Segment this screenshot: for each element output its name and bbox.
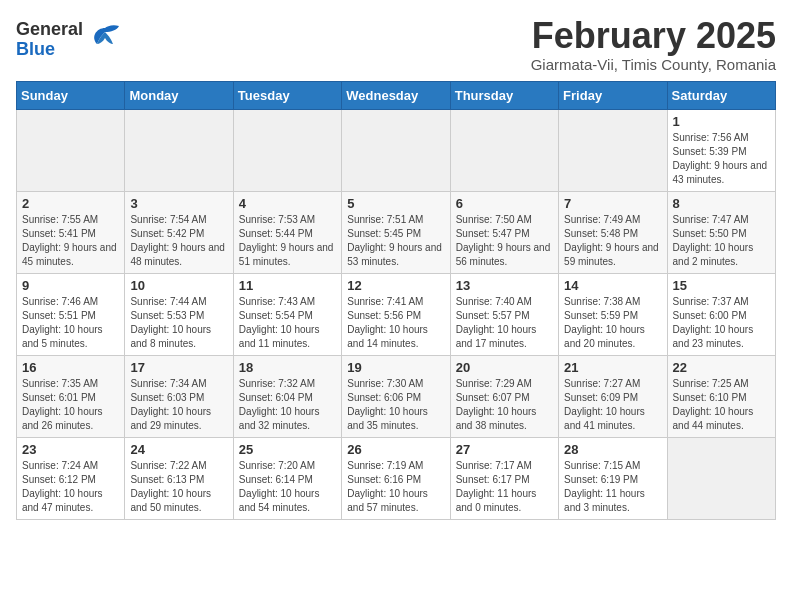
day-info: Sunrise: 7:41 AM Sunset: 5:56 PM Dayligh… — [347, 295, 444, 351]
logo-blue: Blue — [16, 40, 83, 60]
day-info: Sunrise: 7:20 AM Sunset: 6:14 PM Dayligh… — [239, 459, 336, 515]
day-info: Sunrise: 7:44 AM Sunset: 5:53 PM Dayligh… — [130, 295, 227, 351]
day-number: 14 — [564, 278, 661, 293]
day-info: Sunrise: 7:43 AM Sunset: 5:54 PM Dayligh… — [239, 295, 336, 351]
day-number: 18 — [239, 360, 336, 375]
header-row: SundayMondayTuesdayWednesdayThursdayFrid… — [17, 81, 776, 109]
day-number: 4 — [239, 196, 336, 211]
week-row-3: 9Sunrise: 7:46 AM Sunset: 5:51 PM Daylig… — [17, 273, 776, 355]
day-cell: 22Sunrise: 7:25 AM Sunset: 6:10 PM Dayli… — [667, 355, 775, 437]
day-info: Sunrise: 7:25 AM Sunset: 6:10 PM Dayligh… — [673, 377, 770, 433]
day-info: Sunrise: 7:32 AM Sunset: 6:04 PM Dayligh… — [239, 377, 336, 433]
calendar-table: SundayMondayTuesdayWednesdayThursdayFrid… — [16, 81, 776, 520]
day-number: 5 — [347, 196, 444, 211]
day-info: Sunrise: 7:38 AM Sunset: 5:59 PM Dayligh… — [564, 295, 661, 351]
day-info: Sunrise: 7:56 AM Sunset: 5:39 PM Dayligh… — [673, 131, 770, 187]
day-cell: 7Sunrise: 7:49 AM Sunset: 5:48 PM Daylig… — [559, 191, 667, 273]
day-number: 6 — [456, 196, 553, 211]
day-info: Sunrise: 7:22 AM Sunset: 6:13 PM Dayligh… — [130, 459, 227, 515]
day-number: 26 — [347, 442, 444, 457]
day-cell: 26Sunrise: 7:19 AM Sunset: 6:16 PM Dayli… — [342, 437, 450, 519]
day-number: 15 — [673, 278, 770, 293]
day-info: Sunrise: 7:50 AM Sunset: 5:47 PM Dayligh… — [456, 213, 553, 269]
day-cell: 13Sunrise: 7:40 AM Sunset: 5:57 PM Dayli… — [450, 273, 558, 355]
logo: General Blue — [16, 20, 121, 60]
header-area: General Blue February 2025 Giarmata-Vii,… — [16, 16, 776, 73]
day-number: 27 — [456, 442, 553, 457]
header-cell-thursday: Thursday — [450, 81, 558, 109]
day-info: Sunrise: 7:17 AM Sunset: 6:17 PM Dayligh… — [456, 459, 553, 515]
day-cell: 11Sunrise: 7:43 AM Sunset: 5:54 PM Dayli… — [233, 273, 341, 355]
day-number: 24 — [130, 442, 227, 457]
day-cell: 5Sunrise: 7:51 AM Sunset: 5:45 PM Daylig… — [342, 191, 450, 273]
day-cell: 23Sunrise: 7:24 AM Sunset: 6:12 PM Dayli… — [17, 437, 125, 519]
day-cell: 9Sunrise: 7:46 AM Sunset: 5:51 PM Daylig… — [17, 273, 125, 355]
day-cell: 19Sunrise: 7:30 AM Sunset: 6:06 PM Dayli… — [342, 355, 450, 437]
day-number: 23 — [22, 442, 119, 457]
day-number: 20 — [456, 360, 553, 375]
logo-general: General — [16, 20, 83, 40]
day-info: Sunrise: 7:55 AM Sunset: 5:41 PM Dayligh… — [22, 213, 119, 269]
week-row-1: 1Sunrise: 7:56 AM Sunset: 5:39 PM Daylig… — [17, 109, 776, 191]
day-cell: 21Sunrise: 7:27 AM Sunset: 6:09 PM Dayli… — [559, 355, 667, 437]
day-info: Sunrise: 7:35 AM Sunset: 6:01 PM Dayligh… — [22, 377, 119, 433]
day-info: Sunrise: 7:53 AM Sunset: 5:44 PM Dayligh… — [239, 213, 336, 269]
day-number: 28 — [564, 442, 661, 457]
day-cell: 28Sunrise: 7:15 AM Sunset: 6:19 PM Dayli… — [559, 437, 667, 519]
day-number: 1 — [673, 114, 770, 129]
day-cell — [450, 109, 558, 191]
day-cell: 25Sunrise: 7:20 AM Sunset: 6:14 PM Dayli… — [233, 437, 341, 519]
week-row-2: 2Sunrise: 7:55 AM Sunset: 5:41 PM Daylig… — [17, 191, 776, 273]
day-number: 10 — [130, 278, 227, 293]
day-cell: 17Sunrise: 7:34 AM Sunset: 6:03 PM Dayli… — [125, 355, 233, 437]
week-row-4: 16Sunrise: 7:35 AM Sunset: 6:01 PM Dayli… — [17, 355, 776, 437]
day-cell: 24Sunrise: 7:22 AM Sunset: 6:13 PM Dayli… — [125, 437, 233, 519]
day-cell: 18Sunrise: 7:32 AM Sunset: 6:04 PM Dayli… — [233, 355, 341, 437]
calendar-body: 1Sunrise: 7:56 AM Sunset: 5:39 PM Daylig… — [17, 109, 776, 519]
day-info: Sunrise: 7:27 AM Sunset: 6:09 PM Dayligh… — [564, 377, 661, 433]
day-cell: 16Sunrise: 7:35 AM Sunset: 6:01 PM Dayli… — [17, 355, 125, 437]
day-number: 2 — [22, 196, 119, 211]
day-number: 16 — [22, 360, 119, 375]
header-cell-tuesday: Tuesday — [233, 81, 341, 109]
day-cell: 20Sunrise: 7:29 AM Sunset: 6:07 PM Dayli… — [450, 355, 558, 437]
day-cell — [17, 109, 125, 191]
week-row-5: 23Sunrise: 7:24 AM Sunset: 6:12 PM Dayli… — [17, 437, 776, 519]
day-cell: 8Sunrise: 7:47 AM Sunset: 5:50 PM Daylig… — [667, 191, 775, 273]
day-cell: 15Sunrise: 7:37 AM Sunset: 6:00 PM Dayli… — [667, 273, 775, 355]
day-info: Sunrise: 7:54 AM Sunset: 5:42 PM Dayligh… — [130, 213, 227, 269]
day-cell: 27Sunrise: 7:17 AM Sunset: 6:17 PM Dayli… — [450, 437, 558, 519]
day-cell: 12Sunrise: 7:41 AM Sunset: 5:56 PM Dayli… — [342, 273, 450, 355]
day-number: 7 — [564, 196, 661, 211]
day-number: 3 — [130, 196, 227, 211]
day-cell: 14Sunrise: 7:38 AM Sunset: 5:59 PM Dayli… — [559, 273, 667, 355]
calendar-header: SundayMondayTuesdayWednesdayThursdayFrid… — [17, 81, 776, 109]
day-cell — [342, 109, 450, 191]
day-info: Sunrise: 7:34 AM Sunset: 6:03 PM Dayligh… — [130, 377, 227, 433]
day-number: 17 — [130, 360, 227, 375]
day-cell: 2Sunrise: 7:55 AM Sunset: 5:41 PM Daylig… — [17, 191, 125, 273]
month-title: February 2025 — [531, 16, 776, 56]
header-cell-sunday: Sunday — [17, 81, 125, 109]
day-cell — [559, 109, 667, 191]
header-cell-wednesday: Wednesday — [342, 81, 450, 109]
title-area: February 2025 Giarmata-Vii, Timis County… — [531, 16, 776, 73]
day-cell: 3Sunrise: 7:54 AM Sunset: 5:42 PM Daylig… — [125, 191, 233, 273]
day-number: 22 — [673, 360, 770, 375]
day-cell — [125, 109, 233, 191]
day-cell — [233, 109, 341, 191]
day-number: 12 — [347, 278, 444, 293]
day-cell — [667, 437, 775, 519]
header-cell-saturday: Saturday — [667, 81, 775, 109]
day-info: Sunrise: 7:49 AM Sunset: 5:48 PM Dayligh… — [564, 213, 661, 269]
day-cell: 6Sunrise: 7:50 AM Sunset: 5:47 PM Daylig… — [450, 191, 558, 273]
day-number: 9 — [22, 278, 119, 293]
day-number: 8 — [673, 196, 770, 211]
day-info: Sunrise: 7:40 AM Sunset: 5:57 PM Dayligh… — [456, 295, 553, 351]
day-info: Sunrise: 7:15 AM Sunset: 6:19 PM Dayligh… — [564, 459, 661, 515]
day-number: 11 — [239, 278, 336, 293]
day-info: Sunrise: 7:46 AM Sunset: 5:51 PM Dayligh… — [22, 295, 119, 351]
day-info: Sunrise: 7:51 AM Sunset: 5:45 PM Dayligh… — [347, 213, 444, 269]
day-info: Sunrise: 7:24 AM Sunset: 6:12 PM Dayligh… — [22, 459, 119, 515]
day-number: 13 — [456, 278, 553, 293]
